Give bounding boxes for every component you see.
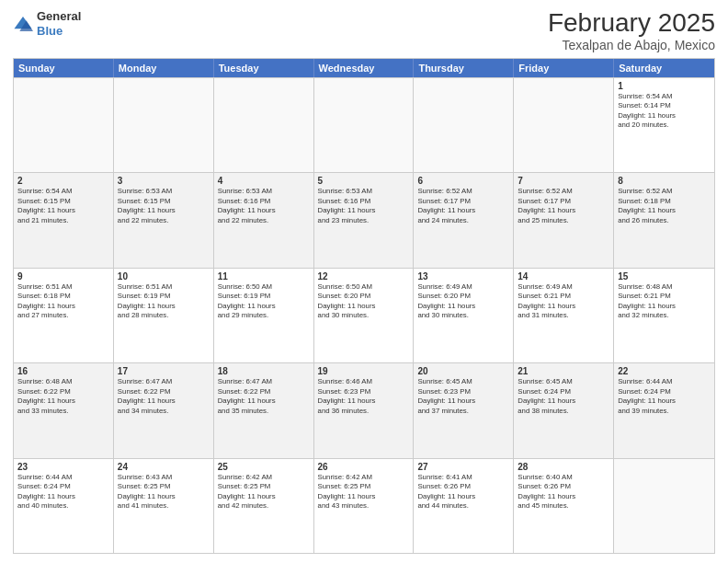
day-number: 23 <box>17 462 109 472</box>
day-number: 19 <box>318 366 410 376</box>
day-number: 21 <box>518 366 609 376</box>
calendar-week-3: 9Sunrise: 6:51 AM Sunset: 6:18 PM Daylig… <box>14 268 714 362</box>
day-number: 12 <box>318 271 410 282</box>
calendar-week-1: 1Sunrise: 6:54 AM Sunset: 6:14 PM Daylig… <box>14 77 714 172</box>
day-number: 22 <box>618 366 711 376</box>
day-info: Sunrise: 6:52 AM Sunset: 6:17 PM Dayligh… <box>417 187 509 225</box>
day-info: Sunrise: 6:51 AM Sunset: 6:19 PM Dayligh… <box>118 282 210 321</box>
calendar-empty-cell <box>14 78 114 172</box>
day-number: 10 <box>118 271 210 282</box>
calendar-week-4: 16Sunrise: 6:48 AM Sunset: 6:22 PM Dayli… <box>14 362 714 457</box>
day-number: 5 <box>318 176 410 186</box>
day-of-week-saturday: Saturday <box>614 59 714 77</box>
day-of-week-wednesday: Wednesday <box>314 59 415 77</box>
day-number: 24 <box>118 462 210 472</box>
day-number: 4 <box>218 176 310 186</box>
calendar-day-20: 20Sunrise: 6:45 AM Sunset: 6:23 PM Dayli… <box>414 363 514 457</box>
logo-blue: Blue <box>37 24 81 39</box>
calendar-day-22: 22Sunrise: 6:44 AM Sunset: 6:24 PM Dayli… <box>614 363 714 457</box>
calendar-subtitle: Texalpan de Abajo, Mexico <box>548 38 715 52</box>
calendar-day-10: 10Sunrise: 6:51 AM Sunset: 6:19 PM Dayli… <box>114 269 214 362</box>
calendar-day-25: 25Sunrise: 6:42 AM Sunset: 6:25 PM Dayli… <box>214 459 314 553</box>
calendar-empty-cell <box>614 459 714 553</box>
logo-general: General <box>37 9 81 24</box>
day-number: 18 <box>218 366 310 376</box>
calendar: SundayMondayTuesdayWednesdayThursdayFrid… <box>13 58 715 554</box>
day-info: Sunrise: 6:53 AM Sunset: 6:16 PM Dayligh… <box>218 187 310 225</box>
calendar-day-19: 19Sunrise: 6:46 AM Sunset: 6:23 PM Dayli… <box>314 363 415 457</box>
calendar-day-28: 28Sunrise: 6:40 AM Sunset: 6:26 PM Dayli… <box>514 459 614 553</box>
day-info: Sunrise: 6:42 AM Sunset: 6:25 PM Dayligh… <box>318 473 410 511</box>
day-number: 16 <box>17 366 109 376</box>
calendar-day-2: 2Sunrise: 6:54 AM Sunset: 6:15 PM Daylig… <box>14 173 114 267</box>
day-number: 2 <box>17 176 109 186</box>
logo-text: General Blue <box>37 9 81 38</box>
day-info: Sunrise: 6:52 AM Sunset: 6:17 PM Dayligh… <box>518 187 609 225</box>
calendar-day-21: 21Sunrise: 6:45 AM Sunset: 6:24 PM Dayli… <box>514 363 614 457</box>
calendar-day-16: 16Sunrise: 6:48 AM Sunset: 6:22 PM Dayli… <box>14 363 114 457</box>
calendar-week-2: 2Sunrise: 6:54 AM Sunset: 6:15 PM Daylig… <box>14 172 714 267</box>
day-number: 13 <box>417 271 509 282</box>
day-info: Sunrise: 6:48 AM Sunset: 6:21 PM Dayligh… <box>618 282 711 321</box>
day-of-week-thursday: Thursday <box>414 59 514 77</box>
calendar-header: SundayMondayTuesdayWednesdayThursdayFrid… <box>14 59 714 77</box>
calendar-day-1: 1Sunrise: 6:54 AM Sunset: 6:14 PM Daylig… <box>614 78 714 172</box>
day-info: Sunrise: 6:46 AM Sunset: 6:23 PM Dayligh… <box>318 377 410 416</box>
day-number: 9 <box>17 271 109 282</box>
day-number: 28 <box>518 462 609 472</box>
calendar-day-18: 18Sunrise: 6:47 AM Sunset: 6:22 PM Dayli… <box>214 363 314 457</box>
page: General Blue February 2025 Texalpan de A… <box>0 0 728 563</box>
calendar-title: February 2025 <box>548 9 715 38</box>
day-info: Sunrise: 6:52 AM Sunset: 6:18 PM Dayligh… <box>618 187 711 225</box>
calendar-day-6: 6Sunrise: 6:52 AM Sunset: 6:17 PM Daylig… <box>414 173 514 267</box>
day-info: Sunrise: 6:54 AM Sunset: 6:14 PM Dayligh… <box>618 92 711 131</box>
calendar-day-7: 7Sunrise: 6:52 AM Sunset: 6:17 PM Daylig… <box>514 173 614 267</box>
day-number: 6 <box>417 176 509 186</box>
calendar-empty-cell <box>314 78 415 172</box>
calendar-empty-cell <box>514 78 614 172</box>
calendar-day-9: 9Sunrise: 6:51 AM Sunset: 6:18 PM Daylig… <box>14 269 114 362</box>
calendar-day-15: 15Sunrise: 6:48 AM Sunset: 6:21 PM Dayli… <box>614 269 714 362</box>
day-info: Sunrise: 6:43 AM Sunset: 6:25 PM Dayligh… <box>118 473 210 511</box>
calendar-day-13: 13Sunrise: 6:49 AM Sunset: 6:20 PM Dayli… <box>414 269 514 362</box>
day-info: Sunrise: 6:49 AM Sunset: 6:21 PM Dayligh… <box>518 282 609 321</box>
calendar-empty-cell <box>114 78 214 172</box>
day-info: Sunrise: 6:44 AM Sunset: 6:24 PM Dayligh… <box>618 377 711 416</box>
day-of-week-tuesday: Tuesday <box>214 59 314 77</box>
day-number: 7 <box>518 176 609 186</box>
calendar-day-5: 5Sunrise: 6:53 AM Sunset: 6:16 PM Daylig… <box>314 173 415 267</box>
day-info: Sunrise: 6:47 AM Sunset: 6:22 PM Dayligh… <box>118 377 210 416</box>
day-number: 3 <box>118 176 210 186</box>
day-of-week-monday: Monday <box>114 59 214 77</box>
calendar-day-24: 24Sunrise: 6:43 AM Sunset: 6:25 PM Dayli… <box>114 459 214 553</box>
calendar-day-17: 17Sunrise: 6:47 AM Sunset: 6:22 PM Dayli… <box>114 363 214 457</box>
day-info: Sunrise: 6:54 AM Sunset: 6:15 PM Dayligh… <box>17 187 109 225</box>
day-info: Sunrise: 6:40 AM Sunset: 6:26 PM Dayligh… <box>518 473 609 511</box>
day-number: 17 <box>118 366 210 376</box>
day-number: 27 <box>417 462 509 472</box>
day-number: 14 <box>518 271 609 282</box>
day-number: 15 <box>618 271 711 282</box>
day-info: Sunrise: 6:51 AM Sunset: 6:18 PM Dayligh… <box>17 282 109 321</box>
day-info: Sunrise: 6:45 AM Sunset: 6:24 PM Dayligh… <box>518 377 609 416</box>
day-number: 26 <box>318 462 410 472</box>
day-info: Sunrise: 6:42 AM Sunset: 6:25 PM Dayligh… <box>218 473 310 511</box>
day-of-week-friday: Friday <box>514 59 614 77</box>
day-info: Sunrise: 6:44 AM Sunset: 6:24 PM Dayligh… <box>17 473 109 511</box>
logo: General Blue <box>13 9 81 38</box>
day-info: Sunrise: 6:50 AM Sunset: 6:20 PM Dayligh… <box>318 282 410 321</box>
day-number: 11 <box>218 271 310 282</box>
calendar-day-8: 8Sunrise: 6:52 AM Sunset: 6:18 PM Daylig… <box>614 173 714 267</box>
calendar-day-23: 23Sunrise: 6:44 AM Sunset: 6:24 PM Dayli… <box>14 459 114 553</box>
day-number: 20 <box>417 366 509 376</box>
calendar-day-11: 11Sunrise: 6:50 AM Sunset: 6:19 PM Dayli… <box>214 269 314 362</box>
day-of-week-sunday: Sunday <box>14 59 114 77</box>
calendar-day-26: 26Sunrise: 6:42 AM Sunset: 6:25 PM Dayli… <box>314 459 415 553</box>
calendar-day-4: 4Sunrise: 6:53 AM Sunset: 6:16 PM Daylig… <box>214 173 314 267</box>
calendar-empty-cell <box>214 78 314 172</box>
calendar-day-12: 12Sunrise: 6:50 AM Sunset: 6:20 PM Dayli… <box>314 269 415 362</box>
calendar-empty-cell <box>414 78 514 172</box>
day-number: 25 <box>218 462 310 472</box>
day-info: Sunrise: 6:47 AM Sunset: 6:22 PM Dayligh… <box>218 377 310 416</box>
day-info: Sunrise: 6:41 AM Sunset: 6:26 PM Dayligh… <box>417 473 509 511</box>
